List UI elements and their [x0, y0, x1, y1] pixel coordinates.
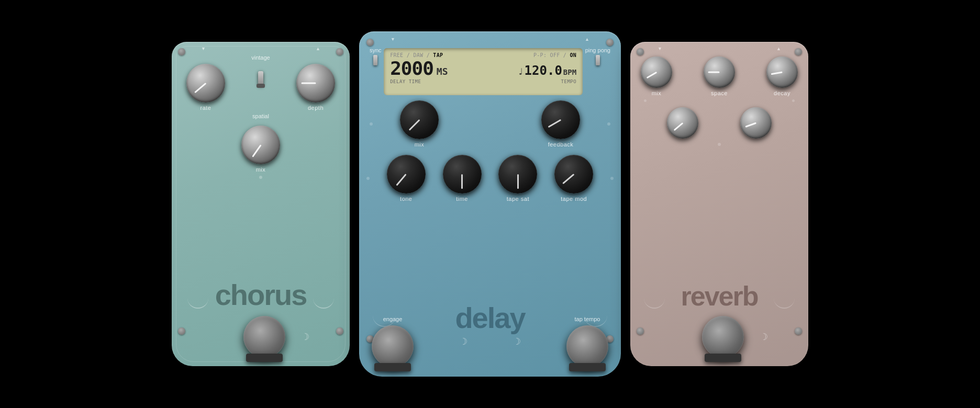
delay-tone-knob[interactable] — [387, 155, 426, 194]
screw-bl — [178, 327, 185, 335]
display-bpm-value: 120.0 — [525, 63, 562, 78]
delay-tapesat-knob[interactable] — [498, 155, 537, 194]
delay-time-label: time — [456, 196, 468, 202]
chorus-pedal: ▼ ▲ vintage rate — [172, 42, 350, 366]
mode-tap: TAP — [433, 52, 443, 58]
display-tempo-sublabel: TEMPO — [561, 79, 577, 84]
pp-on: ON — [570, 52, 576, 58]
reverb-arrow-up: ▲ — [776, 46, 781, 51]
delay-name: delay — [455, 301, 525, 335]
delay-tapemod-knob[interactable] — [554, 155, 593, 194]
ping-pong-label: ping pong — [585, 47, 610, 53]
arrow-up-right: ▲ — [316, 46, 320, 51]
reverb-arc-left — [644, 298, 665, 309]
dot-left-1 — [370, 122, 373, 126]
reverb-pedal: ▼ ▲ mix space decay — [630, 42, 808, 366]
reverb-low-knob[interactable] — [667, 107, 698, 139]
chorus-footswitch[interactable] — [243, 316, 285, 358]
chorus-toggle-area — [258, 71, 263, 86]
reverb-screw-br — [795, 327, 802, 335]
delay-time-knob-wrapper: time — [443, 155, 482, 202]
chorus-moon-icon: ☽ — [301, 332, 309, 342]
reverb-screw-bl — [637, 327, 644, 335]
reverb-high-knob[interactable] — [740, 107, 772, 139]
spatial-label: spatial — [252, 113, 269, 119]
reverb-space-knob-wrapper: space — [704, 56, 735, 96]
delay-moon-right: ☽ — [513, 337, 521, 346]
delay-feedback-knob-wrapper: feedback — [541, 100, 580, 148]
chorus-depth-knob-wrapper: depth — [296, 64, 335, 111]
reverb-mix-knob[interactable] — [641, 56, 672, 88]
delay-engage-footswitch[interactable] — [372, 325, 414, 367]
reverb-high-knob-wrapper — [740, 107, 772, 139]
delay-bottom-area: delay engage ☽ ☽ tap tempo — [359, 202, 621, 377]
delay-feedback-knob[interactable] — [541, 100, 580, 139]
chorus-content: vintage rate — [172, 51, 350, 366]
chorus-dot — [259, 176, 262, 179]
chorus-mix-knob[interactable] — [241, 126, 280, 164]
delay-screw-tl — [366, 39, 374, 46]
reverb-space-label: space — [711, 90, 728, 96]
reverb-low-knob-wrapper — [667, 107, 698, 139]
reverb-decay-label: decay — [774, 90, 790, 96]
reverb-decay-knob-wrapper: decay — [766, 56, 798, 96]
delay-display: FREE / DAW / TAP P-P: OFF / ON 2000 MS ♩ — [384, 48, 583, 95]
delay-tapesat-label: tape sat — [507, 196, 529, 202]
reverb-name: reverb — [681, 280, 758, 316]
delay-tone-label: tone — [400, 196, 412, 202]
reverb-mix-label: mix — [652, 90, 662, 96]
chorus-mix-knob-wrapper: mix — [241, 126, 280, 173]
reverb-footswitch[interactable] — [702, 316, 744, 358]
delay-feedback-label: feedback — [548, 141, 574, 148]
delay-arrow-up: ▲ — [585, 37, 589, 42]
depth-label: depth — [308, 105, 324, 111]
sync-area: sync — [370, 45, 382, 65]
delay-mix-label: mix — [415, 141, 425, 148]
pp-off: P-P: OFF / — [533, 52, 570, 58]
delay-screw-tr — [606, 39, 614, 46]
ping-pong-area: ping pong — [585, 45, 610, 65]
sync-toggle[interactable] — [373, 55, 377, 65]
delay-arrow-down: ▼ — [391, 37, 395, 42]
vintage-label: vintage — [186, 54, 335, 61]
delay-tap-footswitch[interactable] — [566, 325, 608, 367]
display-delay-sublabel: DELAY TIME — [390, 79, 421, 84]
delay-tapemod-label: tape mod — [561, 196, 587, 202]
arc-left — [187, 298, 208, 309]
vintage-toggle[interactable] — [258, 71, 263, 86]
sync-label: sync — [370, 47, 382, 53]
dot-right-1 — [607, 122, 610, 126]
ping-pong-toggle[interactable] — [596, 55, 600, 65]
reverb-decay-knob[interactable] — [766, 56, 798, 88]
arc-right — [313, 298, 334, 309]
reverb-dot-center — [718, 143, 721, 146]
display-bpm-unit: BPM — [563, 68, 576, 76]
delay-pedal: ▼ ▲ sync FREE / DAW / TAP P-P: OFF / ON — [359, 31, 621, 377]
reverb-moon-icon: ☽ — [760, 332, 768, 342]
chorus-rate-knob[interactable] — [186, 64, 225, 103]
reverb-space-knob[interactable] — [704, 56, 735, 88]
reverb-arc-right — [774, 298, 795, 309]
delay-tapemod-knob-wrapper: tape mod — [554, 155, 593, 202]
arrow-down-left: ▼ — [201, 46, 206, 51]
reverb-screw-tl — [637, 48, 644, 55]
dot-right-2 — [610, 177, 614, 180]
rate-label: rate — [201, 105, 211, 111]
delay-time-knob[interactable] — [443, 155, 482, 194]
display-delay-unit: MS — [437, 66, 448, 77]
chorus-mix-row: mix — [241, 126, 280, 173]
chorus-bottom: ☽ — [212, 316, 309, 366]
delay-tapesat-knob-wrapper: tape sat — [498, 155, 537, 202]
chorus-name: chorus — [215, 278, 307, 316]
display-bpm-prefix: ♩ — [518, 66, 524, 77]
chorus-rate-knob-wrapper: rate — [186, 64, 225, 111]
pedals-container: ▼ ▲ vintage rate — [172, 31, 808, 377]
dot-left-2 — [366, 177, 370, 180]
display-pp-line: P-P: OFF / ON — [533, 52, 576, 58]
delay-mix-knob-wrapper: mix — [400, 100, 439, 148]
delay-mix-knob[interactable] — [400, 100, 439, 139]
chorus-depth-knob[interactable] — [296, 64, 335, 103]
reverb-mix-knob-wrapper: mix — [641, 56, 672, 96]
mix-label: mix — [256, 166, 266, 173]
reverb-bottom: ☽ — [671, 316, 768, 366]
